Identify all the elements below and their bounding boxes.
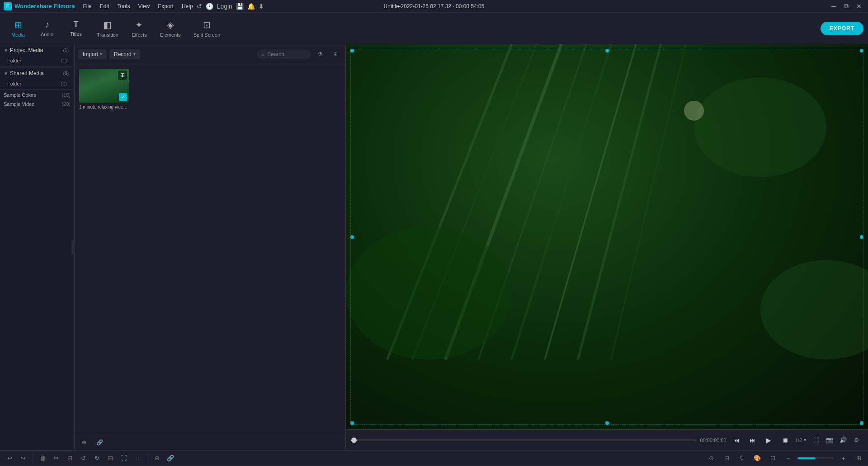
link-clip-button[interactable]: 🔗 (165, 452, 176, 464)
color-button[interactable]: 🎨 (751, 452, 763, 464)
delete-button[interactable]: 🗑 (37, 452, 48, 464)
corner-dot-right[interactable] (860, 235, 863, 239)
tool-elements[interactable]: ◈ Elements (155, 17, 186, 40)
record-button[interactable]: Record ▾ (109, 49, 140, 59)
preview-frame (346, 44, 868, 429)
subtitle-button[interactable]: ⊟ (104, 452, 116, 464)
window-title: Untitle-2022-01-25 02 17 32 · 00:00:54:0… (384, 3, 485, 10)
clock-icon[interactable]: 🕐 (206, 3, 213, 10)
progress-handle[interactable] (351, 437, 357, 443)
import-label: Import (83, 51, 98, 57)
undo-button[interactable]: ↩ (4, 452, 15, 464)
redo-button[interactable]: ↪ (17, 452, 29, 464)
media-item-0[interactable]: ⊞ ✓ 1 minute relaxing video ... (79, 69, 133, 109)
notification-icon[interactable]: 🔔 (247, 3, 255, 10)
quality-selector[interactable]: 1/2 ▾ (795, 437, 807, 443)
adjust-button[interactable]: ≡ (132, 452, 143, 464)
corner-dot-topleft[interactable] (350, 49, 354, 52)
corner-dot-top[interactable] (605, 49, 609, 52)
shared-media-section[interactable]: ▼ Shared Media (0) (0, 67, 74, 79)
menu-export[interactable]: Export (154, 2, 177, 10)
preview-panel: 00:00:00:00 ⏮ ⏭ ▶ ⏹ 1/2 ▾ ⛶ 📷 🔊 ⚙ (346, 44, 868, 450)
save-icon[interactable]: 💾 (236, 3, 244, 10)
fit-button[interactable]: ⊞ (853, 452, 864, 464)
settings-icon[interactable]: ⚙ (851, 434, 863, 446)
shared-media-badge: (0) (63, 71, 69, 76)
folder-icon: ▼ (4, 48, 8, 53)
minimize-button[interactable]: ─ (828, 1, 839, 12)
tool-transition[interactable]: ◧ Transition (91, 17, 124, 40)
search-icon: ⌕ (261, 51, 264, 57)
audio-icon: ♪ (45, 19, 49, 30)
media-content: ⊞ ✓ 1 minute relaxing video ... (75, 64, 345, 434)
corner-dot-bottomleft[interactable] (350, 421, 354, 425)
download-icon[interactable]: ⬇ (259, 3, 264, 10)
search-input[interactable] (267, 51, 303, 57)
transition-label: Transition (97, 32, 118, 38)
stop-button[interactable]: ⏹ (779, 434, 792, 447)
project-media-section[interactable]: ▼ Project Media (1) (0, 44, 74, 56)
left-panel: ▼ Project Media (1) Folder (1) ▼ Shared … (0, 44, 75, 450)
import-button[interactable]: Import ▾ (78, 49, 107, 59)
user-login[interactable]: Login (217, 3, 232, 10)
menu-file[interactable]: File (79, 2, 95, 10)
backup-icon[interactable]: ↺ (197, 3, 202, 10)
prev-frame-button[interactable]: ⏭ (746, 434, 759, 447)
crop-button[interactable]: ⊟ (64, 452, 75, 464)
fullscreen-timeline-button[interactable]: ⛶ (118, 452, 130, 464)
preview-progress-bar[interactable] (351, 439, 697, 441)
corner-dot-bottom[interactable] (605, 421, 609, 425)
rotate-right-button[interactable]: ↻ (91, 452, 103, 464)
sample-video-row[interactable]: Sample Video (20) (0, 100, 74, 109)
panel-collapse-button[interactable]: ‹ (71, 241, 75, 254)
link-button[interactable]: 🔗 (94, 437, 105, 448)
restore-button[interactable]: ⧉ (841, 1, 852, 12)
tool-audio[interactable]: ♪ Audio (33, 17, 61, 40)
motion-track-button[interactable]: ⊙ (705, 452, 717, 464)
zoom-control (797, 457, 834, 459)
fullscreen-icon[interactable]: ⛶ (810, 434, 822, 446)
video-preview (346, 44, 868, 429)
shared-media-folder[interactable]: Folder (0) (0, 79, 74, 88)
add-media-button[interactable]: ⊕ (78, 437, 90, 448)
minus-zoom-button[interactable]: － (782, 452, 794, 464)
play-button[interactable]: ▶ (763, 434, 775, 447)
section-divider-1 (0, 66, 74, 67)
menu-edit[interactable]: Edit (96, 2, 113, 10)
corner-dot-topright[interactable] (860, 49, 863, 52)
menu-view[interactable]: View (134, 2, 153, 10)
export-button[interactable]: EXPORT (821, 22, 863, 35)
menu-bar: File Edit Tools View Export Help (79, 2, 196, 10)
zoom-slider[interactable] (797, 457, 834, 459)
tool-titles[interactable]: T Titles (62, 17, 90, 39)
grid-view-button[interactable]: ⊞ (329, 48, 342, 61)
sample-colors-row[interactable]: Sample Colors (15) (0, 90, 74, 100)
corner-dot-bottomright[interactable] (860, 421, 863, 425)
cut-button[interactable]: ✂ (50, 452, 62, 464)
tool-splitscreen[interactable]: ⊡ Split Screen (188, 17, 226, 40)
search-bar[interactable]: ⌕ (257, 49, 311, 59)
stabilize-button[interactable]: ⊡ (767, 452, 778, 464)
menu-tools[interactable]: Tools (113, 2, 133, 10)
rotate-left-button[interactable]: ↺ (77, 452, 89, 464)
snapshot-icon[interactable]: 📷 (824, 434, 835, 446)
corner-dot-left[interactable] (350, 235, 354, 239)
zoom-fill (797, 457, 816, 459)
voice-button[interactable]: 🎙 (736, 452, 748, 464)
close-button[interactable]: ✕ (854, 1, 864, 12)
project-media-folder[interactable]: Folder (1) (0, 56, 74, 65)
mask-button[interactable]: ⊟ (721, 452, 732, 464)
shared-media-label: Shared Media (10, 70, 44, 76)
tool-effects[interactable]: ✦ Effects (126, 17, 153, 40)
preview-right-controls: ⛶ 📷 🔊 ⚙ (810, 434, 863, 446)
add-track-button[interactable]: ⊕ (151, 452, 163, 464)
tool-media[interactable]: ⊞ Media (5, 17, 32, 40)
menu-help[interactable]: Help (178, 2, 197, 10)
splitscreen-label: Split Screen (193, 32, 220, 38)
volume-icon[interactable]: 🔊 (837, 434, 849, 446)
quality-value: 1/2 (795, 437, 802, 443)
filter-button[interactable]: ⚗ (314, 48, 326, 61)
plus-zoom-button[interactable]: ＋ (837, 452, 849, 464)
effects-icon: ✦ (135, 19, 143, 30)
rewind-button[interactable]: ⏮ (730, 434, 743, 447)
